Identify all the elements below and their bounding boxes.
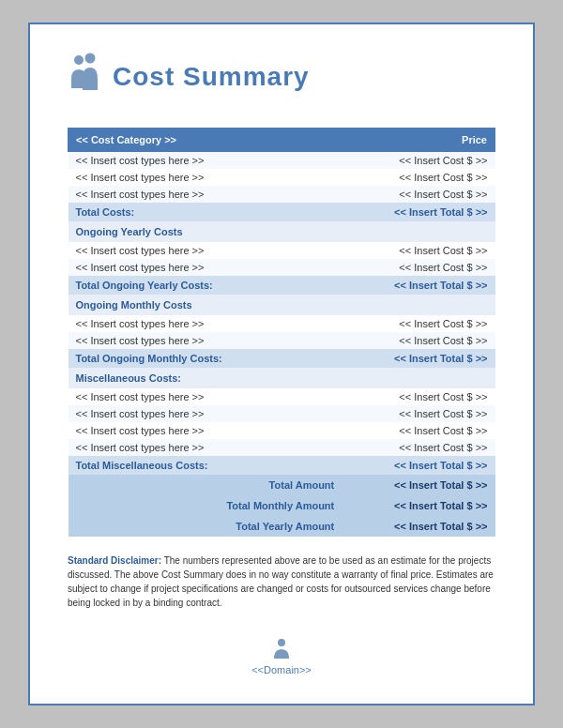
col-category-header: << Cost Category >> xyxy=(68,129,346,152)
table-row: Total Ongoing Yearly Costs: << Insert To… xyxy=(68,276,495,295)
total-price: << Insert Total $ >> xyxy=(345,516,495,537)
price-cell: << Insert Cost $ >> xyxy=(345,169,495,186)
section-label-cell: Ongoing Yearly Costs xyxy=(68,221,495,242)
disclaimer-label: Standard Disclaimer: xyxy=(68,555,161,566)
table-row: Total Costs: << Insert Total $ >> xyxy=(68,203,495,221)
table-header-row: << Cost Category >> Price xyxy=(68,129,495,152)
price-cell: << Insert Cost $ >> xyxy=(345,388,495,405)
section-header-price: << Insert Total $ >> xyxy=(345,276,495,295)
table-row: Total Ongoing Monthly Costs: << Insert T… xyxy=(68,349,495,368)
section-header-price: << Insert Total $ >> xyxy=(345,456,495,475)
table-row: << Insert cost types here >> << Insert C… xyxy=(68,152,495,170)
price-cell: << Insert Cost $ >> xyxy=(345,422,495,439)
table-row: << Insert cost types here >> << Insert C… xyxy=(68,388,495,405)
table-row: Total Miscellaneous Costs: << Insert Tot… xyxy=(68,456,495,475)
section-header-category: Total Miscellaneous Costs: xyxy=(68,456,346,475)
table-row: << Insert cost types here >> << Insert C… xyxy=(68,332,495,349)
svg-point-1 xyxy=(85,53,96,64)
svg-point-0 xyxy=(74,55,84,65)
table-row: << Insert cost types here >> << Insert C… xyxy=(68,439,495,456)
total-label: Total Monthly Amount xyxy=(68,495,346,516)
table-row: Total Monthly Amount << Insert Total $ >… xyxy=(68,495,495,516)
section-header-price: << Insert Total $ >> xyxy=(345,203,495,221)
table-row: Ongoing Yearly Costs xyxy=(68,221,495,242)
table-row: << Insert cost types here >> << Insert C… xyxy=(68,405,495,422)
category-cell: << Insert cost types here >> xyxy=(68,259,346,276)
disclaimer: Standard Disclaimer: The numbers represe… xyxy=(68,554,495,610)
price-cell: << Insert Cost $ >> xyxy=(345,186,495,203)
people-icon xyxy=(68,53,101,101)
category-cell: << Insert cost types here >> xyxy=(68,422,346,439)
svg-point-2 xyxy=(278,639,285,646)
page: Cost Summary << Cost Category >> Price <… xyxy=(28,23,535,705)
category-cell: << Insert cost types here >> xyxy=(68,405,346,422)
category-cell: << Insert cost types here >> xyxy=(68,152,346,170)
section-label-cell: Ongoing Monthly Costs xyxy=(68,295,495,315)
price-cell: << Insert Cost $ >> xyxy=(345,405,495,422)
section-header-category: Total Ongoing Monthly Costs: xyxy=(68,349,346,368)
table-row: << Insert cost types here >> << Insert C… xyxy=(68,242,495,259)
total-label: Total Amount xyxy=(68,475,346,495)
price-cell: << Insert Cost $ >> xyxy=(345,439,495,456)
table-row: << Insert cost types here >> << Insert C… xyxy=(68,169,495,186)
total-price: << Insert Total $ >> xyxy=(345,475,495,495)
cost-table: << Cost Category >> Price << Insert cost… xyxy=(68,128,495,537)
table-row: << Insert cost types here >> << Insert C… xyxy=(68,259,495,276)
category-cell: << Insert cost types here >> xyxy=(68,315,346,332)
footer-icon xyxy=(68,638,495,662)
col-price-header: Price xyxy=(345,129,495,152)
price-cell: << Insert Cost $ >> xyxy=(345,315,495,332)
header: Cost Summary xyxy=(68,53,495,101)
section-label-cell: Miscellaneous Costs: xyxy=(68,368,495,388)
category-cell: << Insert cost types here >> xyxy=(68,242,346,259)
section-header-category: Total Ongoing Yearly Costs: xyxy=(68,276,346,295)
table-row: << Insert cost types here >> << Insert C… xyxy=(68,422,495,439)
category-cell: << Insert cost types here >> xyxy=(68,388,346,405)
table-row: Ongoing Monthly Costs xyxy=(68,295,495,315)
section-header-price: << Insert Total $ >> xyxy=(345,349,495,368)
table-row: << Insert cost types here >> << Insert C… xyxy=(68,186,495,203)
table-row: Total Amount << Insert Total $ >> xyxy=(68,475,495,495)
price-cell: << Insert Cost $ >> xyxy=(345,152,495,170)
table-row: << Insert cost types here >> << Insert C… xyxy=(68,315,495,332)
category-cell: << Insert cost types here >> xyxy=(68,169,346,186)
table-row: Miscellaneous Costs: xyxy=(68,368,495,388)
category-cell: << Insert cost types here >> xyxy=(68,439,346,456)
total-label: Total Yearly Amount xyxy=(68,516,346,537)
table-row: Total Yearly Amount << Insert Total $ >> xyxy=(68,516,495,537)
section-header-category: Total Costs: xyxy=(68,203,346,221)
page-title: Cost Summary xyxy=(113,62,310,92)
price-cell: << Insert Cost $ >> xyxy=(345,242,495,259)
footer: <<Domain>> xyxy=(68,638,495,675)
total-price: << Insert Total $ >> xyxy=(345,495,495,516)
domain-text: <<Domain>> xyxy=(251,664,312,675)
category-cell: << Insert cost types here >> xyxy=(68,186,346,203)
price-cell: << Insert Cost $ >> xyxy=(345,259,495,276)
category-cell: << Insert cost types here >> xyxy=(68,332,346,349)
price-cell: << Insert Cost $ >> xyxy=(345,332,495,349)
